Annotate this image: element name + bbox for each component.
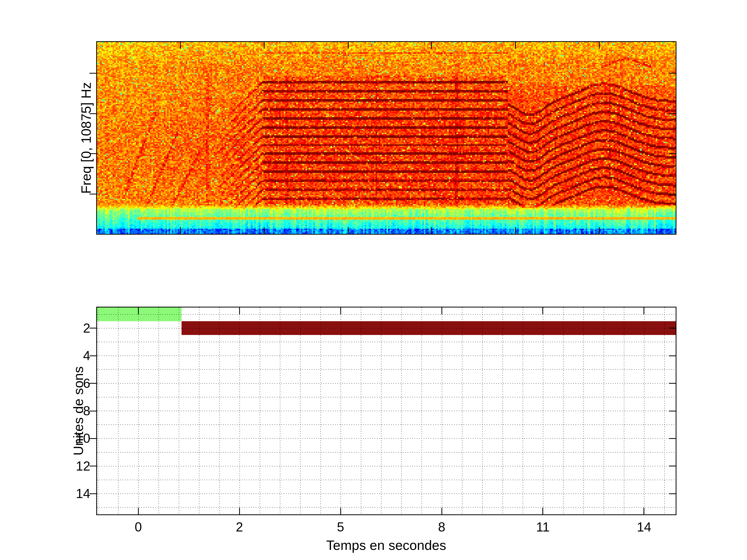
units-y-tick-label: 10 — [76, 431, 90, 446]
spec-y-tick-right — [669, 73, 676, 74]
spec-y-tick-left — [89, 73, 96, 74]
units-x-tick-top — [542, 308, 543, 314]
units-y-tick-label: 4 — [83, 349, 90, 363]
units-y-tick-right — [669, 355, 676, 356]
h-gridline — [97, 494, 676, 494]
h-gridline — [97, 328, 676, 328]
h-gridline — [97, 342, 676, 342]
units-y-tick-right — [669, 438, 676, 439]
units-x-tick-bottom — [340, 508, 341, 514]
spec-y-tick-right — [669, 194, 676, 194]
units-y-tick-left — [89, 328, 96, 328]
units-y-tick-left — [89, 465, 96, 466]
units-plot — [96, 307, 676, 515]
units-y-tick-right — [669, 328, 676, 328]
units-y-tick-right — [669, 411, 676, 411]
spectrogram-y-axis-label: Freq [0, 10875] Hz — [78, 82, 94, 194]
matlab-figure: Freq [0, 10875] Hz Unites de sons Temps … — [0, 0, 747, 560]
units-x-tick-bottom — [441, 508, 442, 514]
units-y-tick-label: 12 — [76, 459, 90, 473]
spectrogram-image — [97, 42, 676, 234]
spectrogram-plot — [96, 41, 676, 235]
units-x-tick-top — [239, 308, 240, 314]
units-y-tick-label: 8 — [83, 404, 90, 418]
spec-x-tick-bottom — [348, 227, 349, 234]
h-gridline — [97, 411, 676, 411]
h-gridline — [97, 438, 676, 439]
h-gridline — [97, 355, 676, 356]
units-x-tick-top — [644, 308, 644, 314]
spec-x-tick-top — [431, 42, 432, 49]
h-gridline — [97, 383, 676, 384]
spec-x-tick-bottom — [431, 227, 432, 234]
spec-x-tick-bottom — [599, 227, 600, 234]
units-y-tick-right — [669, 494, 676, 494]
h-gridline — [97, 369, 676, 370]
units-y-tick-right — [669, 465, 676, 466]
units-x-tick-bottom — [644, 508, 644, 514]
units-x-tick-label: 2 — [236, 520, 243, 534]
spec-x-tick-bottom — [264, 227, 264, 234]
spec-x-tick-top — [264, 42, 264, 49]
h-gridline — [97, 424, 676, 425]
h-gridline — [97, 314, 676, 315]
units-x-tick-bottom — [542, 508, 543, 514]
h-gridline — [97, 466, 676, 466]
h-gridline — [97, 452, 676, 453]
units-x-tick-top — [340, 308, 341, 314]
units-x-tick-label: 0 — [135, 520, 142, 534]
units-x-tick-label: 5 — [337, 520, 344, 534]
spec-x-tick-bottom — [515, 227, 516, 234]
spec-x-tick-top — [515, 42, 516, 49]
h-gridline — [97, 507, 676, 508]
units-x-tick-label: 8 — [438, 520, 445, 534]
units-y-tick-left — [89, 383, 96, 384]
spec-x-tick-top — [599, 42, 600, 49]
h-gridline — [97, 397, 676, 397]
spec-y-tick-right — [669, 113, 676, 114]
spec-x-tick-top — [348, 42, 349, 49]
units-x-tick-top — [441, 308, 442, 314]
units-plot-area — [97, 308, 676, 514]
units-y-tick-label: 6 — [83, 376, 90, 391]
units-y-tick-left — [89, 438, 96, 439]
units-x-tick-bottom — [138, 508, 139, 514]
units-y-tick-label: 2 — [83, 321, 90, 335]
units-y-tick-left — [89, 494, 96, 494]
units-x-tick-label: 11 — [536, 520, 550, 534]
units-y-tick-right — [669, 383, 676, 384]
spec-y-tick-right — [669, 153, 676, 154]
units-y-tick-left — [89, 411, 96, 411]
units-x-tick-bottom — [239, 508, 240, 514]
units-x-tick-top — [138, 308, 139, 314]
spec-x-tick-top — [180, 42, 181, 49]
units-x-axis-label: Temps en secondes — [326, 537, 446, 553]
units-y-tick-label: 14 — [76, 487, 90, 501]
units-y-tick-left — [89, 355, 96, 356]
units-x-tick-label: 14 — [637, 520, 651, 534]
spec-x-tick-bottom — [180, 227, 181, 234]
h-gridline — [97, 480, 676, 480]
